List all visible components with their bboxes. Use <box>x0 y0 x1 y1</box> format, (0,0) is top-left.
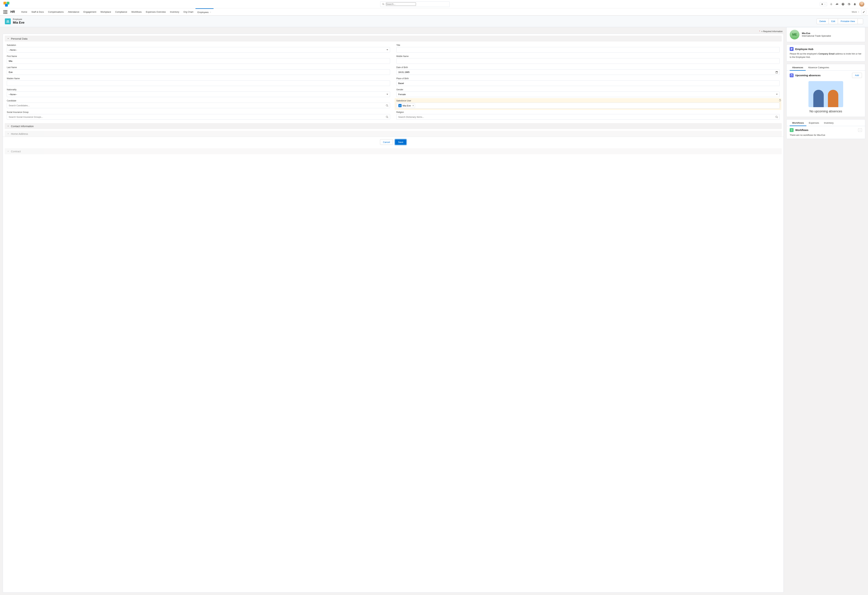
section-home-address[interactable]: Home Address <box>5 131 782 137</box>
favorites-button[interactable] <box>820 2 827 6</box>
nav-tab-workflows[interactable]: Workflows <box>129 8 144 15</box>
field-salutation: Salutation --None-- <box>7 44 390 53</box>
search-icon <box>386 104 388 107</box>
add-absence-button[interactable]: Add <box>852 73 862 78</box>
bell-icon <box>853 3 856 6</box>
nav-tab-employees[interactable]: Employees <box>195 8 214 15</box>
delete-button[interactable]: Delete <box>816 19 829 24</box>
edit-nav-button[interactable] <box>861 10 866 15</box>
star-icon <box>821 3 824 5</box>
section-personal[interactable]: Personal Data <box>5 36 782 41</box>
first-name-input[interactable] <box>9 60 388 62</box>
field-pob: Place of Birth <box>396 77 779 86</box>
pob-input[interactable] <box>398 82 778 84</box>
object-label: Employee <box>13 18 25 21</box>
sf-user-lookup[interactable]: Mia Eve × <box>396 103 779 108</box>
remove-pill[interactable]: × <box>412 104 414 107</box>
nav-tab-expenses[interactable]: Expenses Overview <box>144 8 168 15</box>
nav-tab-compliance[interactable]: Compliance <box>113 8 129 15</box>
chevron-down-icon <box>7 37 10 40</box>
wf-tabs: Workflows Expenses Inventory <box>787 120 865 126</box>
tab-absence-categories[interactable]: Absence Categories <box>806 64 832 71</box>
nav-more-button[interactable]: More <box>852 10 860 13</box>
hub-body: Please fill out the employee's Company E… <box>790 52 862 59</box>
nav-tab-orgchart[interactable]: Org Chart <box>181 8 195 15</box>
app-name: HR <box>10 10 15 14</box>
nav-tab-home[interactable]: Home <box>19 8 30 15</box>
sf-user-pill: Mia Eve × <box>397 103 415 108</box>
user-avatar[interactable] <box>859 1 865 7</box>
chevron-right-icon <box>7 132 10 135</box>
wf-menu-button[interactable] <box>858 128 862 132</box>
sig-lookup[interactable] <box>7 114 390 120</box>
required-note: * = Required Information <box>3 30 784 34</box>
tab-absences[interactable]: Absences <box>790 64 806 71</box>
edit-button[interactable]: Edit <box>829 19 838 24</box>
field-maiden: Maiden Name <box>7 77 390 86</box>
global-header <box>0 0 868 8</box>
nav-tab-attendance[interactable]: Attendance <box>66 8 81 15</box>
middle-name-input[interactable] <box>398 60 778 62</box>
person-summary-card: ME Mia Eve International Trade Specialis… <box>787 27 865 42</box>
maiden-input[interactable] <box>9 82 388 84</box>
nav-tab-compensations[interactable]: Compensations <box>46 8 66 15</box>
user-icon <box>399 104 402 107</box>
chevron-down-icon <box>859 129 861 131</box>
field-sf-user: Salesforce User Mia Eve × <box>394 98 781 110</box>
form-footer: Cancel Save <box>3 137 784 147</box>
question-icon <box>841 3 844 6</box>
candidate-lookup[interactable] <box>7 103 390 108</box>
global-search[interactable] <box>380 1 450 7</box>
hub-title: Employee Hub <box>795 47 813 50</box>
tab-workflows[interactable]: Workflows <box>790 120 806 126</box>
salutation-select[interactable]: --None-- <box>7 47 390 53</box>
workflows-card: Workflows Expenses Inventory Workflows T… <box>787 119 865 139</box>
tab-inventory[interactable]: Inventory <box>821 120 836 126</box>
undo-icon[interactable] <box>779 99 781 102</box>
chevron-down-icon <box>858 11 860 13</box>
section-contact[interactable]: Contact Information <box>5 123 782 129</box>
more-actions-button[interactable] <box>858 19 863 24</box>
last-name-input[interactable] <box>9 71 388 74</box>
setup-button[interactable] <box>847 3 851 6</box>
save-button[interactable]: Save <box>395 139 406 145</box>
header-actions: Delete Edit Printable View <box>816 19 863 24</box>
section-contract[interactable]: Contract <box>5 148 782 154</box>
pencil-icon <box>863 11 865 13</box>
printable-view-button[interactable]: Printable View <box>838 19 858 24</box>
dob-input[interactable] <box>396 69 779 75</box>
field-dob: Date of Birth <box>396 66 779 75</box>
form-column: * = Required Information Personal Data S… <box>0 27 787 595</box>
employee-hub-card: Employee Hub Please fill out the employe… <box>787 44 865 61</box>
global-search-input[interactable] <box>386 3 416 6</box>
gear-icon <box>847 3 850 6</box>
hub-icon <box>790 47 794 51</box>
salesforce-button[interactable] <box>836 3 839 6</box>
field-religion: Religion <box>396 111 779 120</box>
gender-select[interactable]: Female <box>396 92 779 97</box>
title-input[interactable] <box>398 49 778 51</box>
cancel-button[interactable]: Cancel <box>380 139 393 145</box>
field-last-name: Last Name <box>7 66 390 75</box>
religion-lookup[interactable] <box>396 114 779 120</box>
nav-tab-inventory[interactable]: Inventory <box>168 8 181 15</box>
absences-empty: No upcoming absences <box>790 78 862 114</box>
nav-tab-workplace[interactable]: Workplace <box>99 8 113 15</box>
field-nationality: Nationality --None-- <box>7 89 390 97</box>
chevron-down-icon <box>210 11 211 13</box>
notifications-button[interactable] <box>853 3 856 6</box>
wf-heading: Workflows <box>795 129 809 132</box>
app-launcher[interactable] <box>3 10 7 14</box>
absences-card: Absences Absence Categories Upcoming abs… <box>787 64 865 117</box>
add-button[interactable] <box>830 3 833 6</box>
absences-illustration <box>809 81 843 107</box>
tab-expenses[interactable]: Expenses <box>806 120 821 126</box>
personal-form: Salutation --None-- Title First Name Mid… <box>3 44 784 120</box>
help-button[interactable] <box>841 3 845 6</box>
org-logo <box>3 2 11 7</box>
nationality-select[interactable]: --None-- <box>7 92 390 97</box>
nav-tabs: Home Staff & Docs Compensations Attendan… <box>19 8 214 15</box>
nav-tab-engagement[interactable]: Engagement <box>81 8 99 15</box>
nav-tab-staff[interactable]: Staff & Docs <box>30 8 46 15</box>
calendar-icon <box>790 74 794 77</box>
